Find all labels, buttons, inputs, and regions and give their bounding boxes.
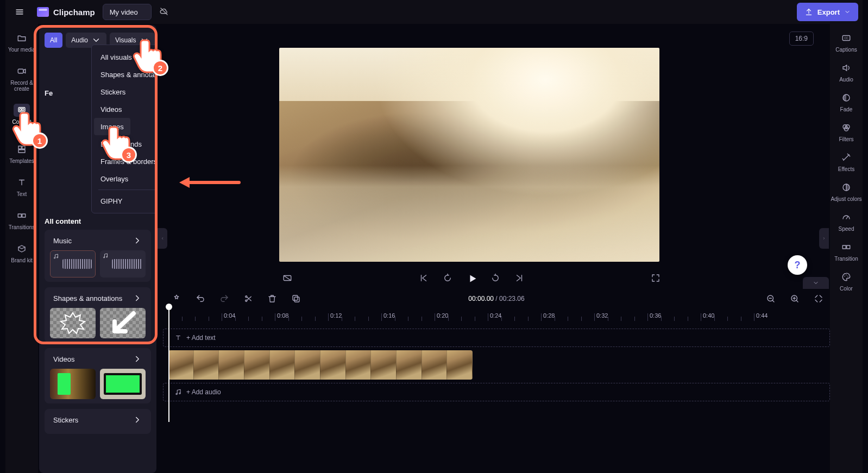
rail-brandkit[interactable]: Brand kit — [6, 239, 37, 267]
collapse-right-panel-button[interactable] — [819, 228, 829, 249]
brand-logo-icon — [37, 7, 49, 17]
rail-label: Brand kit — [11, 257, 32, 263]
music-thumb[interactable] — [50, 250, 96, 278]
zoom-fit-button[interactable] — [810, 293, 827, 304]
dd-label: Overlays — [100, 175, 128, 183]
auto-enhance-button[interactable] — [168, 293, 185, 304]
svg-rect-35 — [294, 297, 299, 302]
total-time: 00:23.06 — [499, 295, 525, 302]
preview-stage[interactable] — [279, 48, 659, 262]
timeline-ruler[interactable]: 0:040:080:120:160:200:240:280:320:360:40… — [163, 309, 830, 325]
rail-speed[interactable]: Speed — [831, 207, 862, 235]
rail-record-create[interactable]: Record & create — [6, 61, 37, 95]
text-track[interactable]: + Add text — [163, 329, 830, 347]
featured-heading-fragment: Fe — [45, 89, 53, 97]
speaker-icon — [838, 61, 854, 74]
menu-button[interactable] — [10, 2, 29, 22]
text-icon — [14, 176, 30, 189]
ruler-tick-label: 0:44 — [756, 312, 768, 319]
row-header-shapes[interactable]: Shapes & annotations — [50, 292, 146, 305]
shape-thumb-starburst[interactable] — [50, 308, 96, 338]
collapse-right-tray-button[interactable] — [803, 277, 829, 289]
duplicate-button[interactable] — [288, 293, 304, 304]
skip-end-button[interactable] — [511, 272, 523, 284]
rail-text[interactable]: Text — [6, 173, 37, 200]
playhead[interactable] — [168, 308, 169, 422]
row-header-music[interactable]: Music — [50, 234, 146, 247]
rail-audio[interactable]: Audio — [831, 58, 862, 86]
filter-chip-all[interactable]: All — [45, 33, 62, 48]
row-header-videos[interactable]: Videos — [50, 352, 146, 365]
ruler-tick-label: 0:24 — [490, 312, 501, 319]
fullscreen-button[interactable] — [647, 272, 659, 284]
export-button[interactable]: Export — [797, 3, 858, 21]
svg-rect-36 — [293, 295, 298, 300]
rail-label: Captions — [835, 47, 857, 53]
transitions-icon — [14, 209, 30, 222]
ruler-tick-label: 0:28 — [543, 312, 555, 319]
dd-label: Videos — [100, 105, 122, 113]
aspect-ratio-selector[interactable]: 16:9 — [789, 31, 814, 46]
forward-button[interactable] — [487, 272, 499, 284]
timeline-time-display: 00:00.00 / 00:23.06 — [468, 295, 524, 302]
svg-rect-28 — [842, 245, 846, 249]
split-button[interactable] — [240, 293, 256, 304]
rail-transitions[interactable]: Transitions — [6, 206, 37, 234]
rail-transition[interactable]: Transition — [831, 237, 862, 265]
help-label: ? — [795, 260, 801, 271]
rail-adjust-colors[interactable]: Adjust colors — [831, 178, 862, 205]
cloud-sync-off-icon[interactable] — [159, 7, 170, 17]
skip-start-button[interactable] — [416, 272, 427, 284]
ruler-tick-label: 0:08 — [277, 312, 288, 319]
project-name-input[interactable]: My video — [103, 4, 152, 20]
collapse-left-panel-button[interactable] — [158, 228, 167, 249]
safezone-toggle-button[interactable] — [279, 272, 291, 284]
rail-captions[interactable]: CC Captions — [831, 28, 862, 56]
tutorial-step-badge: 2 — [152, 60, 168, 76]
row-label: Stickers — [53, 416, 78, 424]
music-thumb[interactable] — [100, 250, 146, 278]
svg-rect-4 — [18, 69, 23, 73]
folder-icon — [14, 31, 30, 45]
camera-icon — [14, 65, 30, 78]
video-clip[interactable] — [168, 350, 473, 380]
rail-filters[interactable]: Filters — [831, 118, 862, 146]
row-shapes-annotations: Shapes & annotations — [45, 287, 151, 343]
shape-thumb-arrow[interactable] — [100, 308, 146, 338]
dd-giphy[interactable]: GIPHY — [94, 192, 129, 210]
rail-effects[interactable]: Effects — [831, 148, 862, 175]
svg-line-43 — [796, 300, 798, 302]
dd-stickers[interactable]: Stickers — [94, 83, 132, 100]
rewind-button[interactable] — [439, 272, 451, 284]
dd-label: GIPHY — [100, 197, 122, 205]
music-note-icon — [53, 253, 59, 260]
row-header-stickers[interactable]: Stickers — [50, 413, 146, 426]
dd-overlays[interactable]: Overlays — [94, 170, 135, 187]
audio-track[interactable]: + Add audio — [163, 383, 830, 401]
zoom-out-button[interactable] — [763, 293, 779, 304]
video-thumb[interactable] — [100, 369, 146, 399]
text-icon — [174, 334, 182, 342]
video-thumb[interactable] — [50, 369, 96, 399]
play-button[interactable] — [463, 272, 475, 284]
zoom-in-button[interactable] — [787, 293, 803, 304]
dd-videos[interactable]: Videos — [94, 100, 129, 118]
preview-image — [279, 48, 659, 262]
delete-button[interactable] — [264, 293, 280, 304]
ruler-tick-label: 0:20 — [437, 312, 448, 319]
help-button[interactable]: ? — [788, 255, 807, 275]
rail-color[interactable]: Color — [831, 267, 862, 295]
undo-button[interactable] — [192, 293, 209, 304]
rail-your-media[interactable]: Your media — [6, 28, 37, 56]
rail-label: Record & create — [6, 80, 37, 92]
row-music: Music — [45, 230, 151, 282]
svg-rect-12 — [22, 214, 26, 217]
redo-button[interactable] — [216, 293, 232, 304]
top-bar: Clipchamp My video Export — [5, 0, 863, 24]
chevron-right-icon — [133, 415, 142, 425]
player-controls — [279, 267, 659, 289]
video-track[interactable] — [163, 350, 830, 380]
chevron-right-icon — [133, 354, 142, 364]
rail-fade[interactable]: Fade — [831, 88, 862, 116]
rail-label: Transitions — [9, 224, 35, 230]
